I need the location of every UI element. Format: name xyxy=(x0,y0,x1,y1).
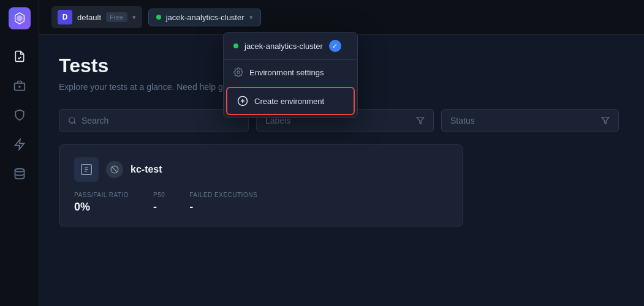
status-placeholder: Status xyxy=(450,116,475,125)
workspace-chevron-icon: ▾ xyxy=(132,13,136,21)
test-badge xyxy=(106,161,123,178)
svg-marker-13 xyxy=(417,118,424,124)
search-icon xyxy=(68,116,77,125)
dropdown-cluster-item[interactable]: jacek-analytics-cluster ✓ xyxy=(224,32,357,59)
failed-exec-value: - xyxy=(189,201,257,214)
svg-marker-14 xyxy=(602,118,609,124)
dropdown-cluster-name: jacek-analytics-cluster xyxy=(244,42,323,51)
test-card[interactable]: kc-test PASS/FAIL RATIO 0% P50 - FAILED … xyxy=(59,144,463,226)
pass-fail-label: PASS/FAIL RATIO xyxy=(74,192,129,198)
create-env-label: Create environment xyxy=(254,97,324,106)
svg-line-12 xyxy=(74,122,76,124)
selected-check-icon: ✓ xyxy=(329,40,341,52)
svg-point-7 xyxy=(237,71,240,73)
dropdown-cluster-dot xyxy=(233,43,238,48)
main-content: D default Free ▾ jacek-analytics-cluster… xyxy=(39,0,644,306)
test-type-icon xyxy=(74,157,99,182)
metric-pass-fail: PASS/FAIL RATIO 0% xyxy=(74,192,129,214)
search-placeholder: Search xyxy=(81,116,108,125)
env-settings-label: Environment settings xyxy=(249,68,324,77)
failed-exec-label: FAILED EXECUTIONS xyxy=(189,192,257,198)
cluster-dropdown-menu: jacek-analytics-cluster ✓ Environment se… xyxy=(223,32,358,118)
settings-icon xyxy=(233,67,243,77)
cluster-chevron-icon: ▾ xyxy=(249,13,253,21)
search-box[interactable]: Search xyxy=(59,109,249,132)
pass-fail-value: 0% xyxy=(74,201,129,214)
workspace-plan-badge: Free xyxy=(106,12,127,22)
svg-point-6 xyxy=(15,169,24,172)
test-metrics: PASS/FAIL RATIO 0% P50 - FAILED EXECUTIO… xyxy=(74,192,448,214)
sidebar-item-tests[interactable] xyxy=(7,44,32,69)
workspace-name: default xyxy=(77,13,101,22)
dropdown-env-settings[interactable]: Environment settings xyxy=(224,60,357,84)
cluster-selector[interactable]: jacek-analytics-cluster ▾ xyxy=(148,9,261,26)
workspace-avatar: D xyxy=(58,10,72,24)
create-environment-item[interactable]: Create environment xyxy=(226,87,355,115)
metric-p50: P50 - xyxy=(153,192,165,214)
app-logo[interactable] xyxy=(9,7,31,29)
workspace-selector[interactable]: D default Free ▾ xyxy=(51,6,142,28)
status-filter[interactable]: Status xyxy=(441,109,619,132)
p50-label: P50 xyxy=(153,192,165,198)
sidebar-item-executors[interactable] xyxy=(7,132,32,157)
svg-marker-5 xyxy=(15,140,24,150)
metric-failed-executions: FAILED EXECUTIONS - xyxy=(189,192,257,214)
svg-line-20 xyxy=(112,167,117,172)
sidebar-item-test-suites[interactable] xyxy=(7,73,32,98)
test-name: kc-test xyxy=(131,164,162,175)
svg-point-11 xyxy=(69,118,75,123)
sidebar xyxy=(0,0,39,306)
sidebar-item-sources[interactable] xyxy=(7,162,32,186)
cluster-name: jacek-analytics-cluster xyxy=(166,13,244,22)
svg-marker-1 xyxy=(17,15,22,22)
sidebar-item-triggers[interactable] xyxy=(7,103,32,127)
status-filter-icon xyxy=(601,116,610,125)
p50-value: - xyxy=(153,201,165,214)
filter-icon xyxy=(416,116,425,125)
test-card-header: kc-test xyxy=(74,157,448,182)
cluster-status-dot xyxy=(156,15,161,20)
plus-circle-icon xyxy=(237,95,248,106)
topbar: D default Free ▾ jacek-analytics-cluster… xyxy=(39,0,644,35)
